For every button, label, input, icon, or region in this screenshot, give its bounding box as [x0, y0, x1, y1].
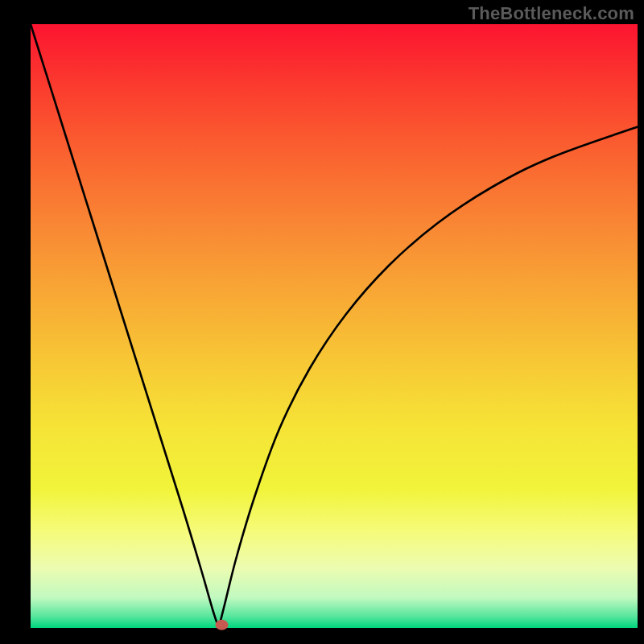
chart-frame: TheBottleneck.com	[0, 0, 644, 644]
optimal-point-marker	[216, 620, 229, 630]
watermark-label: TheBottleneck.com	[469, 3, 634, 24]
plot-background	[31, 24, 638, 628]
bottleneck-chart	[0, 0, 644, 644]
